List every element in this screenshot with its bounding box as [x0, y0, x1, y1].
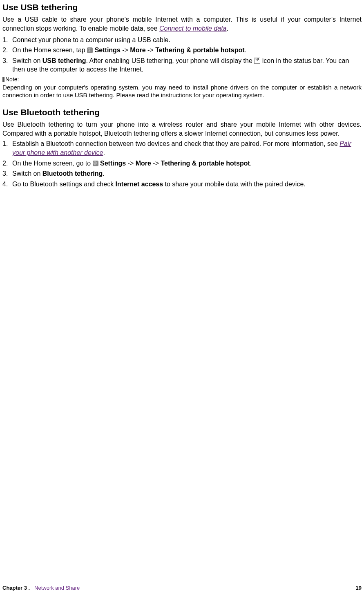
note-flag-icon [2, 77, 4, 82]
list-item: 2. On the Home screen, tap Settings -> M… [2, 46, 362, 55]
label-internet-access: Internet access [116, 181, 163, 188]
step-number: 2. [2, 46, 12, 55]
usb-intro: Use a USB cable to share your phone's mo… [2, 15, 362, 33]
text: On the Home screen, tap [12, 47, 87, 54]
text: . [245, 47, 246, 54]
label-tethering: Tethering & portable hotspot [161, 160, 250, 167]
section-usb: Use USB tethering Use a USB cable to sha… [2, 2, 362, 99]
list-item: 3. Switch on Bluetooth tethering. [2, 169, 362, 178]
label-more: More [136, 160, 151, 167]
note-label-text: Note: [5, 76, 19, 83]
step-body: Switch on Bluetooth tethering. [12, 169, 362, 178]
arrow: -> [126, 160, 136, 167]
page-number: 19 [356, 584, 362, 592]
bt-steps: 1. Establish a Bluetooth connection betw… [2, 139, 362, 188]
label-bt-tethering: Bluetooth tethering [42, 170, 103, 177]
text: . [103, 170, 104, 177]
usb-tether-icon [254, 58, 260, 64]
step-number: 1. [2, 139, 12, 157]
note-text: Depending on your computer's operating s… [2, 83, 362, 99]
heading-usb: Use USB tethering [2, 2, 362, 13]
text: . After enabling USB tethering, your pho… [86, 57, 254, 64]
text: On the Home screen, go to [12, 160, 93, 167]
text: . [250, 160, 252, 167]
step-body: Go to Bluetooth settings and check Inter… [12, 180, 362, 189]
text: . [103, 149, 105, 156]
note-label: Note: [2, 76, 362, 83]
step-body: Connect your phone to a computer using a… [12, 36, 362, 45]
step-number: 4. [2, 180, 12, 189]
step-number: 2. [2, 159, 12, 168]
usb-steps: 1. Connect your phone to a computer usin… [2, 36, 362, 74]
step-number: 3. [2, 56, 12, 74]
link-connect-mobile-data[interactable]: Connect to mobile data [159, 25, 227, 32]
label-usb-tethering: USB tethering [42, 57, 86, 64]
list-item: 4. Go to Bluetooth settings and check In… [2, 180, 362, 189]
list-item: 1. Connect your phone to a computer usin… [2, 36, 362, 45]
text: Switch on [12, 170, 42, 177]
list-item: 1. Establish a Bluetooth connection betw… [2, 139, 362, 157]
footer-title: Network and Share [31, 585, 80, 591]
footer-chapter: Chapter 3 . [2, 585, 30, 591]
label-settings: Settings [95, 47, 121, 54]
bt-intro: Use Bluetooth tethering to turn your pho… [2, 120, 362, 138]
step-body: Establish a Bluetooth connection between… [12, 139, 362, 157]
text: . [227, 25, 228, 32]
footer-left: Chapter 3 . Network and Share [2, 584, 80, 592]
list-item: 2. On the Home screen, go to Settings ->… [2, 159, 362, 168]
step-body: Switch on USB tethering. After enabling … [12, 56, 362, 74]
settings-icon [93, 161, 98, 166]
label-more: More [130, 47, 145, 54]
settings-icon [87, 47, 93, 53]
list-item: 3. Switch on USB tethering. After enabli… [2, 56, 362, 74]
heading-bt: Use Bluetooth tethering [2, 107, 362, 118]
section-bluetooth: Use Bluetooth tethering Use Bluetooth te… [2, 107, 362, 189]
step-number: 1. [2, 36, 12, 45]
arrow: -> [121, 47, 130, 54]
step-body: On the Home screen, go to Settings -> Mo… [12, 159, 362, 168]
label-settings: Settings [100, 160, 126, 167]
step-number: 3. [2, 169, 12, 178]
arrow: -> [146, 47, 156, 54]
arrow: -> [151, 160, 161, 167]
text: Establish a Bluetooth connection between… [12, 140, 339, 147]
page-footer: Chapter 3 . Network and Share 19 [2, 584, 362, 592]
text: to share your mobile data with the paire… [163, 181, 306, 188]
step-body: On the Home screen, tap Settings -> More… [12, 46, 362, 55]
text: Switch on [12, 57, 42, 64]
label-tethering: Tethering & portable hotspot [155, 47, 244, 54]
text: Go to Bluetooth settings and check [12, 181, 116, 188]
